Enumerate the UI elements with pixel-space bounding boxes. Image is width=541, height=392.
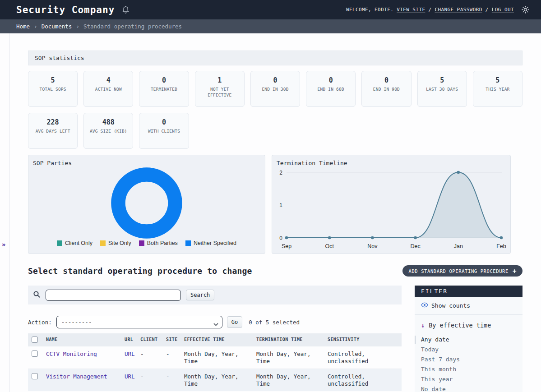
svg-text:0: 0 — [279, 235, 282, 241]
stat-card: 0 END IN 30D — [250, 71, 300, 107]
row-checkbox[interactable] — [32, 373, 38, 379]
sop-parties-chart-panel: SOP Parties Client Only Site Only Both P… — [28, 155, 265, 254]
row-url-link[interactable]: URL — [125, 373, 135, 380]
svg-text:Nov: Nov — [367, 243, 378, 249]
row-url-link[interactable]: URL — [125, 350, 135, 357]
legend-swatch-icon — [57, 240, 62, 246]
change-password-link[interactable]: CHANGE PASSWORD — [435, 7, 482, 13]
search-icon — [33, 291, 41, 300]
view-site-link[interactable]: VIEW SITE — [397, 7, 425, 13]
action-label: Action: — [28, 319, 52, 326]
stat-card: 5 THIS YEAR — [473, 71, 523, 107]
theme-toggle-sun-icon[interactable] — [522, 6, 529, 14]
show-counts-toggle[interactable]: Show counts — [415, 297, 523, 315]
add-sop-button[interactable]: ADD STANDARD OPERATING PROCEDURE + — [402, 265, 523, 277]
stat-value: 5 — [31, 76, 75, 84]
stat-card: 5 TOTAL SOPS — [28, 71, 78, 107]
action-select[interactable]: --------- — [56, 316, 222, 328]
stat-card: 228 AVG DAYS LEFT — [28, 113, 78, 149]
stat-label: AVG DAYS LEFT — [31, 129, 75, 134]
stat-label: THIS YEAR — [476, 87, 520, 92]
line-chart: 012SepOctNovDecJanFeb — [276, 169, 508, 251]
filter-option[interactable]: Past 7 days — [421, 355, 523, 364]
legend-item: Neither Specified — [185, 240, 236, 246]
table-row: Visitor Management URL - - Month Day, Ye… — [28, 369, 402, 391]
svg-text:Feb: Feb — [496, 243, 506, 249]
sop-parties-chart-title: SOP Parties — [33, 160, 72, 166]
stat-label: WITH CLIENTS — [142, 129, 186, 134]
stat-label: NOT YET EFFECTIVE — [198, 87, 242, 98]
legend-swatch-icon — [139, 240, 144, 246]
svg-text:Dec: Dec — [410, 243, 420, 249]
stats-module-title: SOP statistics — [28, 51, 523, 65]
stat-value: 4 — [86, 76, 130, 84]
filter-option[interactable]: No date — [421, 384, 523, 392]
search-button[interactable]: Search — [186, 290, 214, 300]
app-title[interactable]: Security Company — [16, 5, 115, 15]
legend-swatch-icon — [185, 240, 191, 246]
svg-text:Jan: Jan — [454, 243, 463, 249]
row-name-link[interactable]: Visitor Management — [46, 373, 107, 380]
top-bar: Security Company WELCOME, EDDIE. VIEW SI… — [0, 0, 541, 19]
filter-option[interactable]: Today — [421, 345, 523, 355]
stat-value: 0 — [142, 76, 186, 84]
legend-label: Both Parties — [147, 240, 178, 246]
sidebar-expand-toggle[interactable]: » — [2, 241, 5, 248]
stat-value: 488 — [86, 118, 130, 126]
column-header[interactable]: SENSITIVITY — [324, 333, 402, 346]
stat-value: 0 — [364, 76, 408, 84]
select-all-checkbox[interactable] — [32, 337, 38, 343]
column-header[interactable]: CLIENT — [137, 333, 162, 346]
svg-text:1: 1 — [279, 202, 282, 208]
filter-sidebar: FILTER Show counts ↓ By effectiv — [415, 286, 523, 392]
filter-option[interactable]: Any date — [421, 335, 523, 345]
search-input[interactable] — [46, 290, 181, 301]
row-checkbox[interactable] — [32, 350, 38, 357]
column-header[interactable]: TERMINATION TIME — [253, 333, 324, 346]
legend-item: Client Only — [57, 240, 92, 246]
legend-label: Neither Specified — [194, 240, 236, 246]
stat-card: 0 END IN 90D — [361, 71, 411, 107]
filter-title: FILTER — [415, 286, 523, 297]
plus-icon: + — [513, 268, 517, 274]
column-header[interactable]: NAME — [42, 333, 121, 346]
column-header[interactable]: SITE — [162, 333, 180, 346]
stat-value: 0 — [309, 76, 353, 84]
column-header[interactable]: URL — [121, 333, 137, 346]
breadcrumb-home[interactable]: Home — [16, 23, 30, 30]
stat-card: 4 ACTIVE NOW — [83, 71, 133, 107]
eye-icon — [421, 302, 428, 309]
stat-label: END IN 60D — [309, 87, 353, 92]
log-out-link[interactable]: LOG OUT — [492, 7, 514, 13]
filter-group-title: ↓ By effective time — [415, 315, 523, 334]
stat-card: 488 AVG SIZE (KIB) — [83, 113, 133, 149]
breadcrumb-documents[interactable]: Documents — [42, 23, 72, 30]
filter-options-list: Any dateTodayPast 7 daysThis monthThis y… — [415, 334, 523, 392]
legend-label: Site Only — [108, 240, 131, 246]
row-name-link[interactable]: CCTV Monitoring — [46, 350, 97, 357]
donut-chart — [111, 167, 183, 241]
stat-label: END IN 30D — [253, 87, 297, 92]
stat-label: LAST 30 DAYS — [420, 87, 464, 92]
stat-label: TOTAL SOPS — [31, 87, 75, 92]
breadcrumb: Home › Documents › Standard operating pr… — [0, 19, 541, 33]
stat-value: 5 — [476, 76, 520, 84]
notifications-bell-icon[interactable] — [121, 5, 130, 14]
stat-label: ACTIVE NOW — [86, 87, 130, 92]
column-header[interactable]: EFFECTIVE TIME — [180, 333, 253, 346]
stat-card: 5 LAST 30 DAYS — [417, 71, 467, 107]
filter-option[interactable]: This year — [421, 374, 523, 384]
stat-value: 228 — [31, 118, 75, 126]
go-button[interactable]: Go — [227, 316, 242, 328]
stat-value: 0 — [253, 76, 297, 84]
nav-collapse-strip: » — [0, 33, 10, 392]
stat-card: 0 WITH CLIENTS — [139, 113, 189, 149]
stat-value: 1 — [198, 76, 242, 84]
svg-text:Sep: Sep — [282, 243, 291, 249]
legend-item: Both Parties — [139, 240, 178, 246]
stat-card: 0 TERMINATED — [139, 71, 189, 107]
welcome-text: WELCOME, EDDIE. — [346, 7, 393, 13]
stat-value: 0 — [142, 118, 186, 126]
filter-option[interactable]: This month — [421, 364, 523, 374]
svg-text:2: 2 — [279, 170, 282, 176]
